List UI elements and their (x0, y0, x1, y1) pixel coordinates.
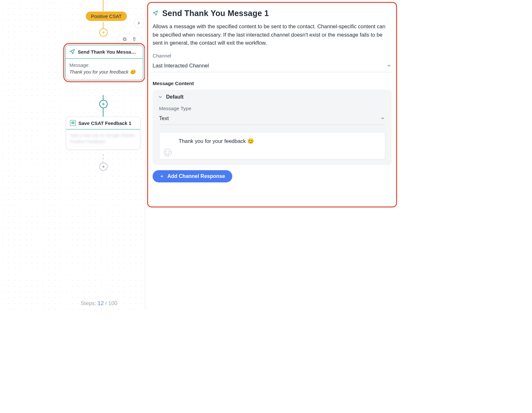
node-title: Send Thank You Messa… (78, 49, 136, 55)
steps-counter: Steps: 12 / 100 (79, 300, 119, 307)
node-highlight-send-message: Send Thank You Messa… Message: Thank you… (63, 43, 145, 82)
channel-value: Last Interacted Channel (153, 63, 209, 69)
trash-icon[interactable] (130, 35, 138, 43)
message-type-value: Text (159, 115, 169, 121)
node-title: Save CSAT Feedback 1 (78, 120, 131, 126)
node-send-thank-you-message[interactable]: Send Thank You Messa… Message: Thank you… (65, 45, 143, 80)
chevron-down-icon (386, 63, 392, 68)
add-step-button[interactable] (99, 100, 108, 108)
add-step-button[interactable] (99, 163, 108, 171)
message-type-select[interactable]: Text (159, 113, 385, 125)
branch-pill-positive-csat[interactable]: Positive CSAT (86, 12, 127, 21)
workflow-canvas[interactable]: Positive CSAT Send Thank You Messa… Mess… (0, 0, 145, 310)
copy-icon[interactable] (121, 35, 129, 43)
channel-select[interactable]: Last Interacted Channel (153, 61, 392, 72)
detail-sidebar: Send Thank You Message 1 Allows a messag… (145, 0, 399, 310)
default-toggle[interactable]: Default (158, 94, 386, 100)
message-type-label: Message Type (159, 106, 385, 111)
chevron-down-icon (158, 94, 163, 100)
add-channel-response-button[interactable]: Add Channel Response (153, 170, 232, 182)
divider (145, 0, 145, 310)
spreadsheet-icon (70, 120, 76, 126)
paper-plane-icon (69, 48, 75, 55)
connector-corner (103, 0, 112, 4)
svg-rect-1 (123, 38, 125, 40)
node-body: Message: Thank you for your feedback 😊 (66, 59, 143, 80)
svg-rect-0 (124, 38, 126, 40)
chevron-down-icon (380, 116, 385, 121)
default-label: Default (166, 94, 183, 100)
node-body-message: Thank you for your feedback 😊 (69, 69, 136, 75)
message-input[interactable]: Thank you for your feedback 😊 (159, 132, 385, 159)
channel-label: Channel (153, 53, 392, 59)
add-channel-response-label: Add Channel Response (167, 173, 225, 179)
connector-line (103, 0, 104, 11)
connector-line-dashed (103, 154, 104, 163)
paper-plane-icon (153, 10, 158, 17)
message-text: Thank you for your feedback 😊 (179, 138, 380, 144)
emoji-picker-icon[interactable] (164, 149, 172, 156)
collapse-sidebar-button[interactable] (134, 18, 144, 28)
panel-highlight: Send Thank You Message 1 Allows a messag… (147, 2, 397, 207)
node-body-label: Message: (69, 62, 139, 69)
node-save-csat-feedback[interactable]: Save CSAT Feedback 1 Add a new row on Go… (66, 117, 140, 150)
default-content-card: Default Message Type Text Thank you for … (153, 90, 392, 165)
panel-description: Allows a message with the specified cont… (153, 22, 392, 47)
message-content-label: Message Content (153, 81, 392, 86)
node-body-blurred: Add a new row on Google Sheets: Positive… (66, 129, 140, 149)
add-step-button[interactable] (99, 28, 108, 37)
panel-title: Send Thank You Message 1 (162, 9, 269, 18)
